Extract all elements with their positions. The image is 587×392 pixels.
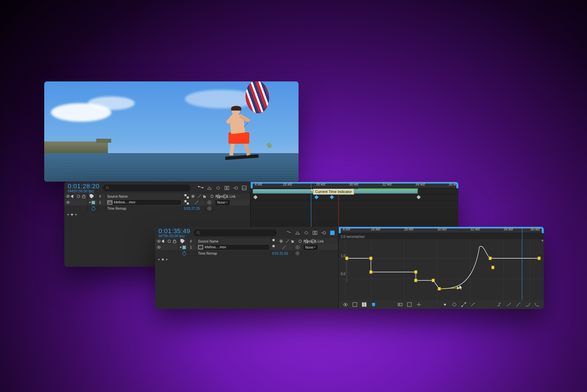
ruler-tick: 36:46f xyxy=(530,227,540,231)
add-keyframe[interactable]: ◆ xyxy=(161,257,164,261)
link-icon[interactable] xyxy=(295,251,300,256)
solo-icon[interactable] xyxy=(76,194,81,199)
draft3d-icon[interactable] xyxy=(207,185,212,191)
next-keyframe[interactable]: ▸ xyxy=(166,257,168,261)
linear-interp-icon[interactable] xyxy=(506,302,512,307)
comp-flowchart-icon[interactable] xyxy=(286,230,291,236)
solo-icon[interactable] xyxy=(167,239,172,244)
label-icon[interactable] xyxy=(89,194,94,199)
layer-search[interactable] xyxy=(103,185,191,191)
motion-blur-icon[interactable] xyxy=(233,185,238,191)
svg-rect-74 xyxy=(414,279,417,282)
property-row[interactable]: Time Remap 0:01:27:25 xyxy=(64,205,250,211)
property-track[interactable] xyxy=(251,194,458,200)
link-icon[interactable] xyxy=(207,206,212,211)
current-timecode[interactable]: 0:01:35:49 xyxy=(158,228,190,234)
property-row[interactable]: Time Remap 0:01:31:03 xyxy=(155,250,338,256)
keyframe-selected[interactable] xyxy=(330,195,334,199)
frame-blend-icon[interactable] xyxy=(224,185,230,191)
layer-twirl[interactable]: ▾ xyxy=(180,246,182,249)
shy-icon[interactable] xyxy=(304,230,309,236)
footage-icon xyxy=(198,245,203,250)
time-ruler[interactable]: 4:46f 26:46f 28:46f 30:46f 32:46f 34:46f… xyxy=(251,182,458,188)
frame-blend-icon[interactable] xyxy=(312,230,318,236)
graph-editor-icon[interactable] xyxy=(242,185,247,191)
layer-visible-toggle[interactable] xyxy=(156,245,161,250)
time-ruler[interactable]: 4:46f 26:46f 28:46f 30:46f 32:46f 34:46f… xyxy=(339,227,544,233)
property-value[interactable]: 0:01:31:03 xyxy=(272,252,288,255)
eye-icon[interactable] xyxy=(66,194,70,199)
svg-point-52 xyxy=(296,246,299,249)
layer-mode-normal-icon[interactable] xyxy=(184,200,189,205)
next-keyframe[interactable]: ▸ xyxy=(75,212,77,216)
keyframe[interactable] xyxy=(416,195,421,199)
graph-dimensions-icon[interactable] xyxy=(362,302,367,307)
snap-icon[interactable] xyxy=(371,302,376,307)
layer-quality-icon[interactable] xyxy=(194,200,199,205)
transform-box-icon[interactable] xyxy=(461,302,466,307)
parent-dropdown[interactable]: None xyxy=(215,200,230,205)
parent-dropdown[interactable]: None xyxy=(304,245,318,250)
bezier-interp-icon[interactable] xyxy=(516,302,521,307)
svg-point-10 xyxy=(68,196,69,197)
speaker-icon[interactable] xyxy=(70,194,76,199)
layer-search[interactable] xyxy=(194,230,277,236)
current-timecode[interactable]: 0:01:28:20 xyxy=(68,183,100,189)
layer-pane: 0:01:35:49 04799 (50.00 fps) xyxy=(155,227,339,309)
motion-blur-icon[interactable] xyxy=(321,230,326,236)
property-value[interactable]: 0:01:27:25 xyxy=(184,207,200,210)
easy-ease-icon[interactable] xyxy=(470,302,476,307)
show-props-icon[interactable] xyxy=(343,302,348,307)
svg-point-53 xyxy=(297,247,298,248)
svg-rect-75 xyxy=(432,279,435,282)
layer-row[interactable]: ▾ 1 kiteboa….mov None xyxy=(155,244,338,250)
ease-in-icon[interactable] xyxy=(525,302,530,307)
pickwhip-icon[interactable] xyxy=(207,200,212,205)
edit-keys-icon[interactable] xyxy=(452,302,457,307)
layer-name[interactable]: kiteboa….mov xyxy=(113,200,181,205)
speaker-icon[interactable] xyxy=(161,239,167,244)
fit-all-icon[interactable] xyxy=(397,302,403,307)
auto-zoom-icon[interactable] xyxy=(416,302,421,307)
stopwatch-icon[interactable] xyxy=(91,206,96,211)
ruler-tick: 30:46f xyxy=(349,183,358,186)
graph-ytick: 1.0 xyxy=(341,254,345,258)
layer-quality-icon[interactable] xyxy=(281,245,287,250)
lock-icon[interactable] xyxy=(172,239,177,244)
keyframe-selected[interactable] xyxy=(314,195,319,199)
keyframe[interactable] xyxy=(253,195,258,199)
svg-point-11 xyxy=(77,195,80,198)
hold-interp-icon[interactable] xyxy=(497,302,502,307)
separate-dims-icon[interactable] xyxy=(442,302,448,307)
switches-slash-icon xyxy=(197,194,202,199)
eye-icon[interactable] xyxy=(156,239,161,244)
lock-icon[interactable] xyxy=(81,194,86,199)
comp-flowchart-icon[interactable] xyxy=(198,185,203,191)
label-icon[interactable] xyxy=(180,239,185,244)
layer-track[interactable]: Current Time Indicator xyxy=(251,188,458,194)
graph-editor-icon[interactable] xyxy=(330,230,335,236)
layer-color[interactable] xyxy=(182,246,186,249)
graph-editor[interactable]: 1.0 0.0 xyxy=(339,239,544,300)
ease-out-icon[interactable] xyxy=(534,302,540,307)
pickwhip-icon[interactable] xyxy=(295,245,300,250)
svg-line-44 xyxy=(286,240,289,243)
stopwatch-icon[interactable] xyxy=(182,251,187,256)
layer-mode-icon[interactable] xyxy=(272,245,277,250)
draft3d-icon[interactable] xyxy=(295,230,300,236)
prev-keyframe[interactable]: ◂ xyxy=(67,212,69,216)
layer-name[interactable]: kiteboa….mov xyxy=(203,245,269,250)
fit-selection-icon[interactable] xyxy=(407,302,412,307)
layer-index: 1 xyxy=(99,201,101,204)
prev-keyframe[interactable]: ◂ xyxy=(158,257,159,261)
graph-options-icon[interactable] xyxy=(352,302,357,307)
layer-color[interactable] xyxy=(91,201,95,204)
col-number: # xyxy=(99,195,101,198)
layer-visible-toggle[interactable] xyxy=(66,200,70,205)
shy-icon[interactable] xyxy=(215,185,221,191)
timeline-panel-bottom: 0:01:35:49 04799 (50.00 fps) xyxy=(155,227,544,309)
switches-asterisk-icon xyxy=(278,239,284,244)
layer-row[interactable]: ▾ 1 kiteboa….mov None xyxy=(64,199,250,205)
add-keyframe[interactable]: ◆ xyxy=(71,212,73,216)
layer-twirl[interactable]: ▾ xyxy=(89,201,91,204)
